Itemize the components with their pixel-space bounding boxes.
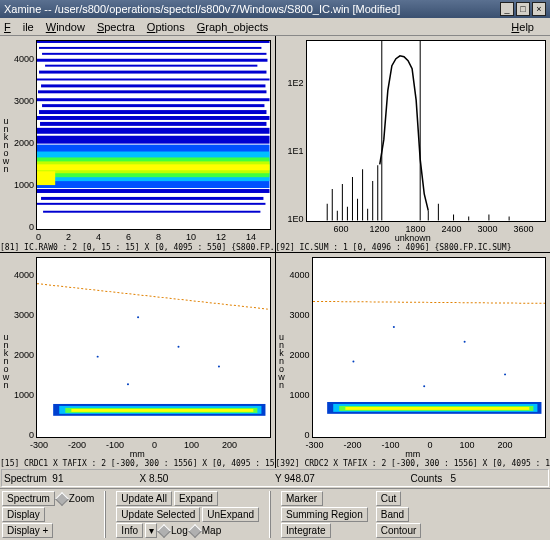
svg-point-63 — [504, 373, 506, 375]
log-toggle[interactable]: Log — [159, 525, 188, 536]
maximize-button[interactable]: □ — [516, 2, 530, 16]
status-counts-label: Counts — [411, 473, 443, 484]
svg-rect-12 — [39, 110, 266, 114]
zoom-toggle[interactable]: Zoom — [57, 493, 95, 504]
log-svg — [307, 41, 546, 221]
status-bar: Spectrum 91 X 8.50 Y 948.07 Counts 5 — [1, 469, 549, 487]
svg-point-50 — [178, 345, 180, 347]
svg-rect-18 — [41, 197, 263, 200]
svg-point-61 — [463, 340, 465, 342]
contour-button[interactable]: Contour — [376, 523, 422, 538]
ylabel: unknown — [1, 332, 11, 388]
minimize-button[interactable]: _ — [500, 2, 514, 16]
info-dropdown-icon[interactable]: ▾ — [145, 523, 157, 538]
status-spectrum-value: 91 — [52, 473, 63, 484]
plot-scatter-1 — [36, 257, 271, 439]
svg-rect-10 — [37, 98, 270, 101]
svg-rect-3 — [42, 53, 266, 55]
xlabel: unknown — [395, 233, 431, 243]
status-x-label: X — [140, 473, 147, 484]
plot-log — [306, 40, 547, 222]
marker-button[interactable]: Marker — [281, 491, 323, 506]
svg-point-53 — [127, 383, 129, 385]
menu-graph-objects[interactable]: Graph_objects — [197, 21, 269, 33]
svg-point-49 — [137, 316, 139, 318]
menu-spectra[interactable]: Spectra — [97, 21, 135, 33]
display-button[interactable]: Display — [2, 507, 45, 522]
status-y-label: Y — [275, 473, 282, 484]
ylabel: unknown — [277, 332, 287, 388]
map-toggle[interactable]: Map — [190, 525, 221, 536]
plot-caption: [15] CRDC1 X TAFIX : 2 [-300, 300 : 1556… — [0, 459, 275, 468]
menu-window[interactable]: Window — [46, 21, 85, 33]
xlabel: mm — [405, 449, 420, 459]
scatter1-svg — [37, 258, 270, 438]
menu-bar: File Window Spectra Options Graph_object… — [0, 18, 550, 36]
status-spectrum-label: Spectrum — [4, 473, 47, 484]
pane-bottom-right[interactable]: unknown 0 1000 2000 3000 4000 -300 -200 … — [276, 253, 551, 469]
svg-rect-14 — [40, 122, 266, 126]
xlabel: mm — [130, 449, 145, 459]
plot-heatmap — [36, 40, 271, 230]
pane-top-right[interactable]: 1E0 1E1 1E2 600 1200 1800 2400 3000 3600… — [276, 36, 551, 252]
update-selected-button[interactable]: Update Selected — [116, 507, 200, 522]
svg-point-51 — [97, 355, 99, 357]
status-counts-value: 5 — [451, 473, 457, 484]
svg-rect-0 — [37, 41, 270, 229]
svg-point-64 — [423, 385, 425, 387]
svg-rect-6 — [39, 71, 266, 74]
plot-scatter-2 — [312, 257, 547, 439]
svg-rect-19 — [37, 203, 265, 205]
window-title: Xamine -- /user/s800/operations/spectcl/… — [4, 3, 400, 15]
svg-rect-15 — [37, 128, 270, 134]
svg-rect-17 — [37, 189, 270, 193]
svg-rect-11 — [42, 104, 264, 107]
svg-rect-4 — [37, 59, 267, 62]
menu-file[interactable]: File — [4, 21, 34, 33]
svg-rect-57 — [71, 408, 253, 411]
close-button[interactable]: × — [532, 2, 546, 16]
svg-rect-13 — [37, 116, 270, 120]
integrate-button[interactable]: Integrate — [281, 523, 330, 538]
svg-rect-9 — [38, 90, 266, 93]
svg-rect-26 — [37, 171, 55, 185]
status-x-value: 8.50 — [149, 473, 168, 484]
menu-help[interactable]: Help — [511, 21, 534, 33]
summing-region-button[interactable]: Summing Region — [281, 507, 368, 522]
diamond-icon — [157, 523, 171, 537]
svg-point-60 — [392, 326, 394, 328]
status-y-value: 948.07 — [284, 473, 315, 484]
pane-top-left[interactable]: unknown 0 1000 2000 3000 4000 0 2 4 6 8 … — [0, 36, 275, 252]
info-button[interactable]: Info — [116, 523, 143, 538]
unexpand-button[interactable]: UnExpand — [202, 507, 259, 522]
cut-button[interactable]: Cut — [376, 491, 402, 506]
title-bar: Xamine -- /user/s800/operations/spectcl/… — [0, 0, 550, 18]
menu-options[interactable]: Options — [147, 21, 185, 33]
spectrum-button[interactable]: Spectrum — [2, 491, 55, 506]
svg-rect-1 — [37, 41, 270, 43]
svg-rect-16 — [37, 136, 270, 144]
svg-rect-68 — [345, 406, 529, 409]
pane-bottom-left[interactable]: unknown 0 1000 2000 3000 4000 -300 -200 … — [0, 253, 275, 469]
svg-point-62 — [352, 360, 354, 362]
svg-rect-5 — [45, 65, 257, 67]
svg-rect-2 — [39, 47, 261, 49]
plot-caption: [81] IC.RAW0 : 2 [0, 15 : 15] X [0, 4095… — [0, 243, 275, 252]
plot-caption: [392] CRDC2 X TAFIX : 2 [-300, 300 : 155… — [276, 459, 551, 468]
scatter2-svg — [313, 258, 546, 438]
heatmap-svg — [37, 41, 270, 229]
svg-point-52 — [218, 365, 220, 367]
svg-rect-8 — [41, 84, 265, 87]
plot-caption: [92] IC.SUM : 1 [0, 4096 : 4096] {S800.F… — [276, 243, 551, 252]
band-button[interactable]: Band — [376, 507, 409, 522]
diamond-icon — [188, 523, 202, 537]
control-panel: Spectrum Zoom Display Display + Update A… — [0, 488, 550, 540]
update-all-button[interactable]: Update All — [116, 491, 172, 506]
svg-rect-25 — [37, 164, 270, 170]
expand-button[interactable]: Expand — [174, 491, 218, 506]
svg-rect-7 — [37, 79, 270, 81]
diamond-icon — [55, 491, 69, 505]
display-plus-button[interactable]: Display + — [2, 523, 53, 538]
plot-grid: unknown 0 1000 2000 3000 4000 0 2 4 6 8 … — [0, 36, 550, 468]
svg-rect-20 — [43, 211, 260, 213]
